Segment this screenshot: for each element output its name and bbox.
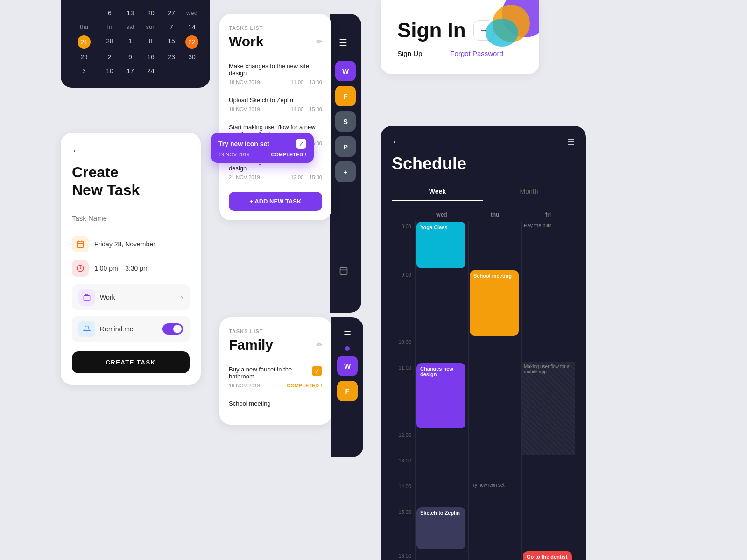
task-meta: 21 NOV 2019 12:00 – 15:00: [229, 175, 322, 180]
cal-num[interactable]: 15: [162, 35, 180, 49]
completed-popup: Try new icon set ✓ 19 NOV 2019 COMPLETED…: [211, 133, 314, 163]
schedule-cell: [468, 362, 521, 429]
schedule-cell: [468, 506, 521, 550]
bathroom-task-meta: 16 NOV 2019 COMPLETED !: [229, 383, 322, 388]
cal-num[interactable]: 8: [142, 35, 160, 49]
task-date: 18 NOV 2019: [229, 79, 260, 85]
schedule-header-empty: [392, 209, 415, 221]
sidebar-item-w[interactable]: W: [335, 61, 356, 81]
remind-icon: [78, 321, 95, 337]
cal-num[interactable]: 7: [162, 21, 180, 33]
schedule-cell: [521, 269, 575, 336]
cal-num[interactable]: 16: [142, 51, 160, 63]
tasks-work-title: Work ✏: [229, 34, 322, 49]
cal-num[interactable]: 1: [121, 35, 139, 49]
cal-num[interactable]: 28: [101, 35, 119, 49]
schedule-grid: wed thu fri 8:00 Yoga Class Pay the bill…: [392, 209, 575, 560]
family-edit-icon[interactable]: ✏: [316, 341, 322, 350]
event-try-icon[interactable]: Try new icon set: [471, 483, 520, 488]
cal-num[interactable]: 23: [162, 51, 180, 63]
time-1400: 14:00: [392, 481, 415, 506]
calendar-grid: 6 13 20 27 wed thu fri sat sun 7 14 21 2…: [70, 7, 201, 77]
family-menu-icon[interactable]: ☰: [344, 327, 351, 337]
sidebar-item-p[interactable]: P: [335, 136, 356, 157]
event-user-flow[interactable]: Making user flow for a mobile app: [524, 364, 573, 374]
schedule-cell: [468, 550, 521, 560]
cal-num[interactable]: 9: [121, 51, 139, 63]
remind-row: Remind me: [72, 316, 190, 342]
schedule-cell: Go to the dentist: [521, 550, 575, 560]
tasks-work-list-label: TASKS LIST: [229, 25, 322, 31]
popup-date: 19 NOV 2019: [218, 152, 250, 157]
time-label: 1:00 pm – 3:30 pm: [94, 265, 149, 272]
task-title: Upload Sketch to Zeplin: [229, 97, 322, 104]
event-school-meeting[interactable]: School meeting: [470, 270, 519, 336]
cal-num: 27: [162, 7, 180, 19]
schedule-menu-icon[interactable]: ☰: [567, 137, 575, 147]
cal-num[interactable]: 2: [101, 51, 119, 63]
schedule-cell-hatch: Making user flow for a mobile app: [521, 362, 575, 429]
cal-num[interactable]: 29: [70, 51, 98, 63]
schedule-cell-hatch: [521, 429, 575, 455]
schedule-cell: [415, 481, 468, 506]
cal-highlight[interactable]: 22: [185, 35, 198, 49]
cal-num[interactable]: 10: [101, 65, 119, 77]
cal-day-sat: sat: [121, 21, 139, 33]
family-sidebar-w[interactable]: W: [337, 356, 358, 376]
family-sidebar-f[interactable]: F: [337, 381, 358, 401]
schedule-back-button[interactable]: ←: [392, 137, 400, 147]
sidebar-menu-icon[interactable]: ☰: [339, 37, 347, 49]
cal-num[interactable]: 30: [183, 51, 201, 63]
sidebar-item-add[interactable]: +: [335, 161, 356, 182]
event-changes-design[interactable]: Changes new design: [416, 363, 465, 428]
cal-empty: [70, 7, 98, 19]
remind-toggle[interactable]: [162, 323, 183, 335]
bathroom-check-icon: ✓: [312, 366, 322, 376]
popup-top: Try new icon set ✓: [218, 139, 306, 149]
add-task-button[interactable]: + ADD NEW TASK: [229, 192, 322, 211]
cal-today[interactable]: 21: [78, 35, 91, 49]
cal-num[interactable]: 14: [183, 21, 201, 33]
cal-num[interactable]: 24: [142, 65, 160, 77]
time-row: 1:00 pm – 3:30 pm: [72, 260, 190, 277]
task-item: Upload Sketch to Zeplin 18 NOV 2019 14:0…: [229, 91, 322, 118]
category-row[interactable]: Work ›: [72, 284, 190, 310]
schedule-cell: [415, 269, 468, 336]
event-pay-bills[interactable]: Pay the bills: [524, 223, 573, 228]
sidebar-item-s[interactable]: S: [335, 111, 356, 132]
event-dentist[interactable]: Go to the dentist: [523, 551, 572, 560]
cal-num[interactable]: 3: [70, 65, 98, 77]
event-sketch-zeplin[interactable]: Sketch to Zeplin: [416, 507, 465, 549]
remind-label: Remind me: [100, 325, 134, 333]
sidebar-calendar-icon[interactable]: [339, 266, 348, 278]
date-row: Friday 28, November: [72, 236, 190, 252]
time-1100: 11:00: [392, 362, 415, 429]
schedule-cell: [521, 336, 575, 362]
event-yoga[interactable]: Yoga Class: [416, 222, 465, 268]
date-icon: [72, 236, 89, 252]
popup-task-name: Try new icon set: [218, 140, 269, 147]
tasks-family-title: Family ✏: [229, 337, 322, 353]
task-time: 14:00 – 15:00: [291, 106, 322, 112]
tab-week[interactable]: Week: [392, 183, 483, 201]
create-task-button[interactable]: CREATE TASK: [72, 351, 190, 373]
task-date: 18 NOV 2019: [229, 106, 260, 112]
cal-num[interactable]: 17: [121, 65, 139, 77]
cal-num: 13: [121, 7, 139, 19]
task-date: 21 NOV 2019: [229, 175, 260, 180]
signin-signup-link[interactable]: Sign Up: [397, 49, 422, 57]
task-name-input[interactable]: [72, 210, 190, 226]
time-800: 8:00: [392, 221, 415, 269]
schedule-cell: Sketch to Zeplin: [415, 506, 468, 550]
time-1500: 15:00: [392, 506, 415, 550]
sidebar-item-f[interactable]: F: [335, 86, 356, 106]
schedule-cell: Changes new design: [415, 362, 468, 429]
back-button[interactable]: ←: [72, 146, 190, 156]
cal-num: 6: [101, 7, 119, 19]
popup-check-icon: ✓: [296, 139, 306, 149]
edit-icon[interactable]: ✏: [316, 37, 322, 46]
schedule-col-fri: fri: [521, 209, 575, 221]
task-item-bathroom: Buy a new faucet in the bathroom ✓ 16 NO…: [229, 360, 322, 394]
tab-month[interactable]: Month: [483, 183, 575, 201]
svg-rect-5: [84, 295, 90, 300]
